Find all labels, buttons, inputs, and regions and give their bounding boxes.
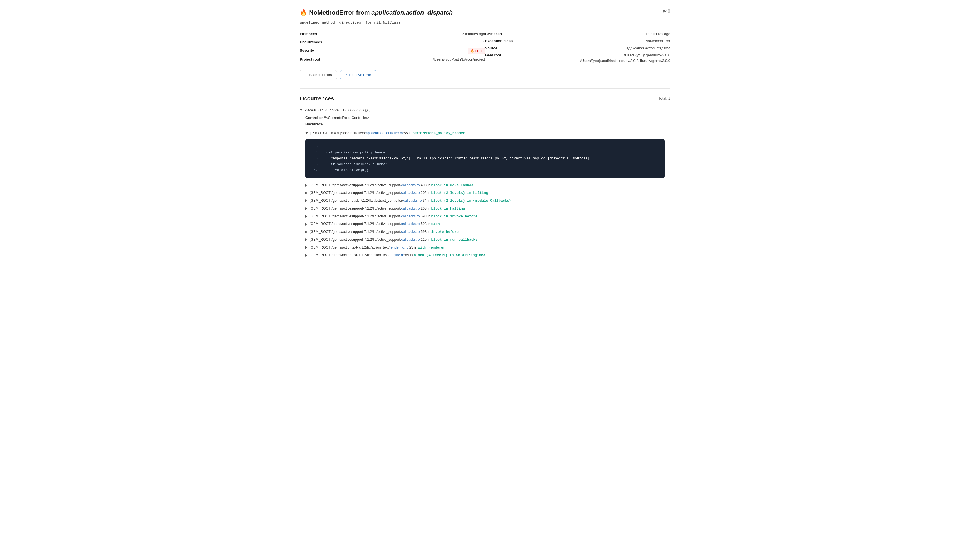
backtrace-entry-4[interactable]: [GEM_ROOT]/gems/activesupport-7.1.2/lib/…	[300, 205, 670, 213]
occurrences-header: Occurrences Total: 1	[300, 94, 670, 103]
line-content-57: "#{directive}=()"	[322, 167, 371, 173]
section-divider	[300, 88, 670, 89]
source-label: Source	[485, 45, 530, 51]
backtrace-func-7: invoke_before	[431, 230, 459, 234]
backtrace-func-1: block in make_lambda	[431, 183, 474, 187]
line-num-53: 53	[311, 143, 318, 150]
backtrace-func-9: with_renderer	[418, 246, 446, 250]
expand-icon-2	[306, 192, 307, 195]
code-line-55: 55 response.headers['Permissions-Policy'…	[311, 156, 659, 162]
backtrace-entry-1[interactable]: [GEM_ROOT]/gems/activesupport-7.1.2/lib/…	[300, 182, 670, 189]
first-seen-label: First seen	[300, 31, 345, 38]
occurrence-timestamp[interactable]: 2024-01-16 20:56:24 UTC (12 days ago)	[300, 107, 670, 113]
backtrace-entry-5[interactable]: [GEM_ROOT]/gems/activesupport-7.1.2/lib/…	[300, 213, 670, 220]
backtrace-path-8: [GEM_ROOT]/gems/activesupport-7.1.2/lib/…	[310, 237, 478, 243]
expand-icon-1	[306, 184, 307, 187]
backtrace-path-7: [GEM_ROOT]/gems/activesupport-7.1.2/lib/…	[310, 229, 459, 235]
backtrace-label: Backtrace	[300, 122, 670, 127]
last-seen-label: Last seen	[485, 31, 530, 37]
expand-icon-5	[306, 215, 307, 218]
code-block: 53 54 def permissions_policy_header 55 r…	[306, 139, 664, 178]
error-number: #40	[663, 8, 670, 15]
backtrace-func-2: block (2 levels) in halting	[431, 191, 488, 195]
line-num-54: 54	[311, 150, 318, 156]
backtrace-entry-6[interactable]: [GEM_ROOT]/gems/activesupport-7.1.2/lib/…	[300, 220, 670, 228]
source-value: application.action_dispatch	[530, 45, 670, 51]
actions-row: ← Back to errors ✓ Resolve Error	[300, 70, 670, 79]
expand-icon-3	[306, 200, 307, 202]
backtrace-file-link-5[interactable]: callbacks.rb	[401, 214, 420, 218]
backtrace-func-4: block in halting	[431, 207, 465, 211]
line-num-55: 55	[311, 156, 318, 162]
expand-icon-10	[306, 254, 307, 257]
backtrace-entry-2[interactable]: [GEM_ROOT]/gems/activesupport-7.1.2/lib/…	[300, 189, 670, 197]
backtrace-file-link-2[interactable]: callbacks.rb	[401, 191, 420, 195]
backtrace-path-5: [GEM_ROOT]/gems/activesupport-7.1.2/lib/…	[310, 214, 478, 219]
project-root-value: /Users/{you}/path/to/your/project	[345, 57, 485, 63]
code-line-54: 54 def permissions_policy_header	[311, 150, 659, 156]
exception-class-value: NoMethodError	[530, 38, 670, 44]
backtrace-path-2: [GEM_ROOT]/gems/activesupport-7.1.2/lib/…	[310, 190, 488, 196]
code-line-53: 53	[311, 143, 659, 150]
last-seen-value: 12 minutes ago	[530, 31, 670, 37]
line-num-56: 56	[311, 162, 318, 167]
timestamp-text: 2024-01-16 20:56:24 UTC (12 days ago)	[305, 107, 371, 113]
backtrace-entry-9[interactable]: [GEM_ROOT]/gems/actiontext-7.1.2/lib/act…	[300, 244, 670, 252]
backtrace-func-6: each	[431, 222, 440, 226]
code-line-57: 57 "#{directive}=()"	[311, 167, 659, 173]
severity-label: Severity	[300, 48, 345, 55]
title-source: application.action_dispatch	[372, 9, 453, 16]
backtrace-file-link-0[interactable]: application_controller.rb	[366, 131, 403, 135]
backtrace-path-0: [PROJECT_ROOT]/app/controllers/applicati…	[311, 130, 465, 136]
backtrace-func-5: block in invoke_before	[431, 215, 478, 218]
gem-root-value: /Users/{you}/.gem/ruby/3.0.0 /Users/{you…	[530, 52, 670, 63]
backtrace-func-8: block in run_callbacks	[431, 238, 478, 242]
occurrences-label: Occurrences	[300, 39, 345, 46]
backtrace-entry-7[interactable]: [GEM_ROOT]/gems/activesupport-7.1.2/lib/…	[300, 228, 670, 236]
severity-text: error	[476, 48, 482, 53]
backtrace-file-link-10[interactable]: engine.rb	[389, 253, 404, 257]
meta-right: Last seen 12 minutes ago Exception class…	[485, 31, 670, 64]
backtrace-file-link-8[interactable]: callbacks.rb	[401, 238, 420, 242]
error-message: undefined method `directives' for nil:Ni…	[300, 20, 670, 25]
meta-left: First seen 12 minutes ago Occurrences 1 …	[300, 31, 485, 64]
backtrace-entry-0[interactable]: [PROJECT_ROOT]/app/controllers/applicati…	[300, 129, 670, 137]
backtrace-file-link-7[interactable]: callbacks.rb	[401, 230, 420, 234]
backtrace-file-link-1[interactable]: callbacks.rb	[401, 183, 420, 187]
backtrace-file-link-4[interactable]: callbacks.rb	[401, 207, 420, 210]
backtrace-func-10: block (4 levels) in <class:Engine>	[414, 253, 485, 257]
backtrace-func-0: permissions_policy_header	[412, 131, 465, 135]
project-root-label: Project root	[300, 57, 345, 63]
expand-icon-8	[306, 238, 307, 241]
backtrace-entry-8[interactable]: [GEM_ROOT]/gems/activesupport-7.1.2/lib/…	[300, 236, 670, 244]
expand-icon-7	[306, 231, 307, 233]
line-content-55: response.headers['Permissions-Policy'] =…	[322, 156, 590, 162]
occurrences-total: Total: 1	[658, 96, 670, 101]
occurrences-value: 1	[345, 39, 485, 46]
occurrence-item: 2024-01-16 20:56:24 UTC (12 days ago) Co…	[300, 107, 670, 259]
backtrace-entry-3[interactable]: [GEM_ROOT]/gems/actionpack-7.1.2/lib/abs…	[300, 197, 670, 205]
gem-root-label: Gem root	[485, 52, 530, 63]
fire-icon: 🔥	[300, 9, 307, 16]
backtrace-path-6: [GEM_ROOT]/gems/activesupport-7.1.2/lib/…	[310, 222, 440, 227]
line-content-54: def permissions_policy_header	[322, 150, 387, 156]
line-content-56: if sources.include? "'none'"	[322, 162, 389, 167]
line-num-57: 57	[311, 167, 318, 173]
backtrace-func-3: block (2 levels) in <module:Callbacks>	[431, 199, 511, 203]
backtrace-path-3: [GEM_ROOT]/gems/actionpack-7.1.2/lib/abs…	[310, 198, 511, 204]
gem-root-line2: /Users/{you}/.asdf/installs/ruby/3.0.2/l…	[530, 58, 670, 64]
header-row: 🔥 NoMethodError from application.action_…	[300, 8, 670, 17]
backtrace-entry-10[interactable]: [GEM_ROOT]/gems/actiontext-7.1.2/lib/act…	[300, 252, 670, 259]
backtrace-path-9: [GEM_ROOT]/gems/actiontext-7.1.2/lib/act…	[310, 245, 446, 250]
relative-time: 12 days ago	[349, 108, 369, 112]
backtrace-file-link-3[interactable]: callbacks.rb	[403, 198, 422, 203]
backtrace-file-link-6[interactable]: callbacks.rb	[401, 222, 420, 226]
back-to-errors-button[interactable]: ← Back to errors	[300, 70, 337, 79]
occurrences-title: Occurrences	[300, 94, 334, 103]
error-title: 🔥 NoMethodError from application.action_…	[300, 8, 453, 17]
severity-value: 🔥 error	[345, 48, 485, 55]
resolve-error-button[interactable]: ✓ Resolve Error	[340, 70, 376, 79]
backtrace-file-link-9[interactable]: rendering.rb	[389, 245, 408, 249]
code-line-56: 56 if sources.include? "'none'"	[311, 162, 659, 167]
backtrace-path-1: [GEM_ROOT]/gems/activesupport-7.1.2/lib/…	[310, 183, 474, 188]
